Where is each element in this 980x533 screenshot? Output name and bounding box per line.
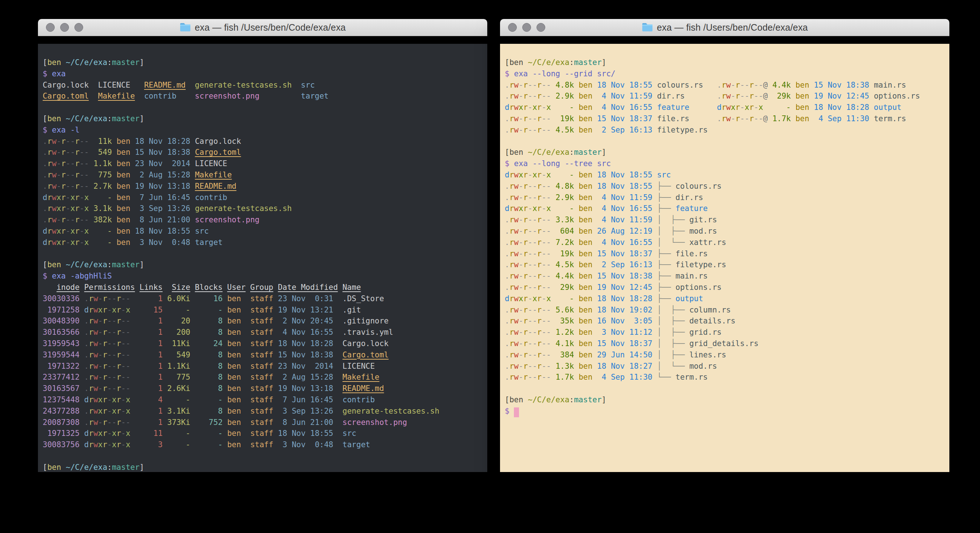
permission-char: r xyxy=(523,81,528,89)
titlebar[interactable]: exa — fish /Users/ben/Code/exa/exa xyxy=(38,19,487,36)
permission-char: r xyxy=(89,395,93,404)
terminal-line: $ exa xyxy=(43,68,484,80)
text-segment xyxy=(273,418,278,427)
permission-char: w xyxy=(93,306,98,314)
permission-char: w xyxy=(93,339,98,348)
permission-char: - xyxy=(519,92,523,101)
text-segment xyxy=(652,215,657,224)
text-segment xyxy=(163,351,167,359)
text-segment: 8 Jun 21:00 xyxy=(278,418,333,427)
text-segment xyxy=(869,103,874,112)
terminal-line: .rw-r--r-- 1.3k ben 18 Nov 18:27 │ └── m… xyxy=(505,361,947,372)
text-segment: 1.1k xyxy=(93,159,112,168)
text-segment xyxy=(223,339,227,348)
text-segment: 3 Nov 0:48 xyxy=(278,440,333,449)
permission-char: - xyxy=(519,249,523,258)
permission-char: - xyxy=(126,384,130,393)
permission-char: r xyxy=(102,407,107,415)
permission-char: - xyxy=(80,137,84,146)
terminal-screen[interactable]: [ben ~/C/e/exa:master]$ exaCargo.lock LI… xyxy=(38,44,487,472)
permission-char: r xyxy=(509,81,514,89)
text-segment: 2.9k xyxy=(555,193,574,202)
text-segment xyxy=(551,182,556,191)
permission-char: - xyxy=(121,339,126,348)
permission-char: - xyxy=(546,339,551,348)
minimize-button[interactable] xyxy=(522,23,531,32)
permission-char: - xyxy=(57,159,61,168)
zoom-button[interactable] xyxy=(75,23,83,32)
text-segment: ├── xyxy=(657,249,675,258)
text-segment: ben xyxy=(227,395,246,404)
text-segment: ] xyxy=(140,58,145,67)
text-segment: src xyxy=(195,227,208,235)
titlebar[interactable]: exa — fish /Users/ben/Code/exa/exa xyxy=(500,19,949,36)
text-segment: ben xyxy=(578,103,592,112)
terminal-line: .rw-r--r-- 1.1k ben 23 Nov 2014 LICENCE xyxy=(43,158,484,169)
permission-char: r xyxy=(509,373,514,381)
zoom-button[interactable] xyxy=(536,23,545,32)
text-segment: mod.rs xyxy=(689,362,717,370)
text-segment: 29k xyxy=(773,92,791,101)
text-segment: 2 Nov 20:45 xyxy=(278,316,333,325)
text-segment: 4.4k xyxy=(555,271,574,280)
text-segment xyxy=(163,429,167,438)
text-segment: 18 Nov 18:27 xyxy=(597,362,652,370)
permission-char: . xyxy=(43,215,48,224)
text-segment xyxy=(130,159,135,168)
text-segment: column.rs xyxy=(689,306,731,314)
permission-char: x xyxy=(112,429,117,438)
text-segment: ben xyxy=(48,260,61,269)
terminal-screen[interactable]: [ben ~/C/e/exa:master]$ exa --long --gri… xyxy=(500,44,949,472)
text-segment: screenshot.png xyxy=(195,215,259,224)
text-segment xyxy=(551,271,556,280)
text-segment: master xyxy=(574,148,602,156)
permission-char: - xyxy=(112,362,117,370)
text-segment: 4.8k xyxy=(555,182,574,191)
permission-char: - xyxy=(66,182,70,191)
permission-char: w xyxy=(93,418,98,427)
text-segment xyxy=(89,92,98,101)
permission-char: . xyxy=(505,238,509,247)
permission-char: r xyxy=(509,328,514,337)
permission-char: r xyxy=(523,316,528,325)
text-segment xyxy=(869,114,874,123)
permission-char: d xyxy=(43,193,48,202)
text-segment: 24377288 xyxy=(43,407,80,415)
text-segment xyxy=(246,351,251,359)
text-segment xyxy=(80,306,84,314)
terminal-line: [ben ~/C/e/exa:master] xyxy=(505,394,947,405)
text-segment: ben xyxy=(578,126,592,134)
text-segment: ben xyxy=(116,171,130,179)
permission-char: r xyxy=(537,126,542,134)
permission-char: @ xyxy=(763,114,768,123)
permission-char: - xyxy=(528,316,533,325)
permission-char: - xyxy=(546,260,551,269)
permission-char: w xyxy=(93,440,98,449)
minimize-button[interactable] xyxy=(60,23,69,32)
permission-char: - xyxy=(70,137,75,146)
terminal-line: drwxr-xr-x - ben 18 Nov 18:55 src xyxy=(43,226,484,237)
permission-char: x xyxy=(546,103,551,112)
text-segment xyxy=(592,215,597,224)
permission-char: r xyxy=(116,306,121,314)
text-segment: README.md xyxy=(195,182,236,191)
text-segment: master xyxy=(112,260,140,269)
text-segment xyxy=(592,260,597,269)
text-segment: 7 Jun 16:45 xyxy=(135,193,190,202)
permission-char: . xyxy=(505,249,509,258)
permission-char: - xyxy=(519,306,523,314)
permission-char: r xyxy=(537,215,542,224)
text-segment xyxy=(223,362,227,370)
close-button[interactable] xyxy=(508,23,517,32)
permission-char: r xyxy=(61,137,66,146)
permission-char: - xyxy=(66,227,70,235)
permission-char: - xyxy=(745,92,749,101)
terminal-line xyxy=(505,383,947,394)
text-segment: ben xyxy=(227,294,246,303)
text-segment: 15 Nov 18:37 xyxy=(597,114,652,123)
text-segment xyxy=(223,351,227,359)
permission-char: - xyxy=(112,373,117,381)
close-button[interactable] xyxy=(46,23,55,32)
text-segment: 19k xyxy=(555,114,574,123)
text-segment: Date Modified xyxy=(278,283,338,292)
